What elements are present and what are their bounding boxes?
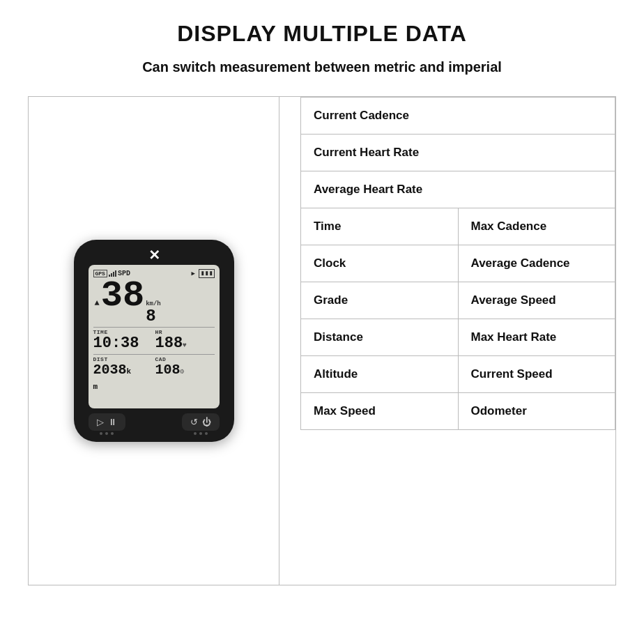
speed-right-col: km/h 8 (146, 300, 161, 325)
content-area: ✕ GPS SPD ▶ (28, 96, 616, 585)
main-title: DISPLAY MULTIPLE DATA (28, 21, 616, 47)
table-row: TimeMax Cadence (301, 208, 615, 245)
direction-arrow: ▲ (95, 298, 100, 308)
right-btn-group[interactable]: ↺ ⏻ (182, 413, 220, 431)
cadence-icon: ⚙ (181, 368, 185, 376)
time-cell: TIME 10:38 (93, 329, 153, 352)
dist-cell: DIST 2038km (93, 356, 153, 393)
main-speed-value: 38 (101, 278, 144, 314)
screen-top-right: ▶ ▮▮▮ (192, 269, 215, 277)
power-button-icon[interactable]: ⏻ (202, 417, 211, 427)
dot-3 (111, 432, 114, 435)
divider-1 (93, 327, 215, 328)
device-buttons-area: ▷ ⏸ ↺ ⏻ (89, 413, 220, 435)
refresh-button-icon[interactable]: ↺ (190, 417, 198, 427)
cell-grade: Grade (301, 282, 459, 319)
cell-time: Time (301, 208, 459, 245)
subtitle: Can switch measurement between metric an… (28, 59, 616, 75)
right-btn-dots (182, 432, 220, 435)
dot-2 (105, 432, 108, 435)
device: ✕ GPS SPD ▶ (74, 240, 234, 442)
battery-indicator: ▮▮▮ (199, 269, 214, 278)
cell-odometer: Odometer (458, 393, 615, 430)
heart-icon: ♥ (183, 342, 187, 349)
time-hr-row: TIME 10:38 HR 188♥ (93, 329, 215, 352)
cell-average-heart-rate: Average Heart Rate (301, 171, 615, 208)
dist-value: 2038km (93, 362, 153, 393)
cell-clock: Clock (301, 245, 459, 282)
hr-cell: HR 188♥ (155, 329, 215, 352)
time-value: 10:38 (93, 335, 153, 352)
dot-4 (194, 432, 197, 435)
cell-average-cadence: Average Cadence (458, 245, 615, 282)
cad-value: 108⚙ (155, 362, 215, 378)
table-row: AltitudeCurrent Speed (301, 356, 615, 393)
dist-cad-row: DIST 2038km CAD 108⚙ (93, 356, 215, 393)
pause-button-icon[interactable]: ⏸ (108, 417, 117, 427)
hr-value: 188♥ (155, 335, 215, 352)
table-row: Max SpeedOdometer (301, 393, 615, 430)
speed-sub-value: 8 (146, 307, 155, 325)
table-row: GradeAverage Speed (301, 282, 615, 319)
cell-max-speed: Max Speed (301, 393, 459, 430)
table-panel: Current CadenceCurrent Heart RateAverage… (300, 97, 615, 585)
cad-cell: CAD 108⚙ (155, 356, 215, 378)
cell-current-cadence: Current Cadence (301, 98, 615, 135)
dot-5 (199, 432, 202, 435)
table-row: Current Heart Rate (301, 135, 615, 171)
left-btn-dots (89, 432, 125, 435)
device-screen: GPS SPD ▶ ▮▮▮ (89, 265, 220, 408)
play-indicator: ▶ (192, 270, 195, 277)
table-row: DistanceMax Heart Rate (301, 319, 615, 356)
right-button-group: ↺ ⏻ (182, 413, 220, 435)
cell-altitude: Altitude (301, 356, 459, 393)
table-row: Current Cadence (301, 98, 615, 135)
play-button-icon[interactable]: ▷ (97, 417, 104, 427)
device-panel: ✕ GPS SPD ▶ (29, 97, 279, 585)
dot-1 (100, 432, 102, 435)
cell-max-cadence: Max Cadence (458, 208, 615, 245)
cell-current-heart-rate: Current Heart Rate (301, 135, 615, 171)
left-button-group: ▷ ⏸ (89, 413, 125, 435)
main-speed-area: ▲ 38 km/h 8 (93, 278, 215, 325)
table-row: Average Heart Rate (301, 171, 615, 208)
device-logo: ✕ (148, 247, 159, 263)
dot-6 (205, 432, 208, 435)
cell-current-speed: Current Speed (458, 356, 615, 393)
data-table: Current CadenceCurrent Heart RateAverage… (300, 97, 615, 430)
table-row: ClockAverage Cadence (301, 245, 615, 282)
cell-average-speed: Average Speed (458, 282, 615, 319)
left-btn-group[interactable]: ▷ ⏸ (89, 413, 125, 431)
divider-2 (93, 354, 215, 355)
cell-max-heart-rate: Max Heart Rate (458, 319, 615, 356)
cell-distance: Distance (301, 319, 459, 356)
